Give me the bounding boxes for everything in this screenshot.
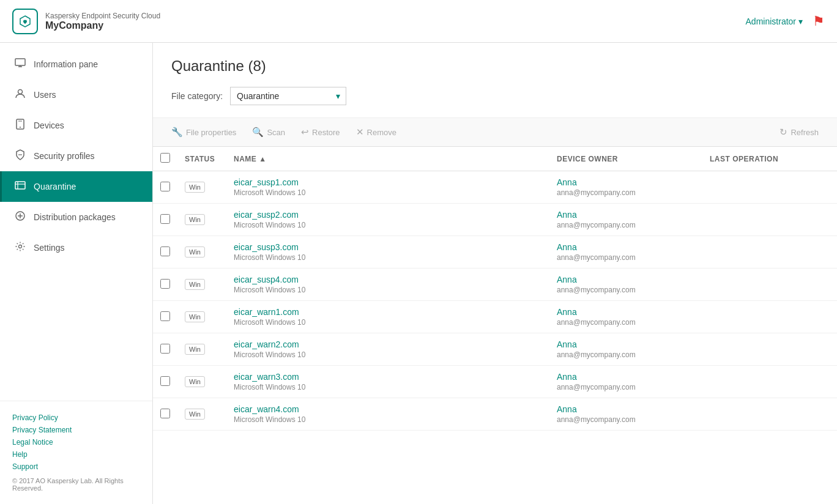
row-checkbox[interactable] (160, 246, 170, 256)
refresh-icon: ↻ (779, 127, 787, 138)
distribution-icon (14, 210, 26, 224)
row-checkbox-cell[interactable] (153, 236, 177, 269)
svg-point-6 (20, 127, 21, 128)
win-badge: Win (185, 311, 205, 322)
monitor-icon (14, 57, 26, 71)
owner-name-link[interactable]: Anna (557, 339, 695, 349)
owner-name-link[interactable]: Anna (557, 404, 695, 414)
legal-notice-link[interactable]: Legal Notice (12, 438, 140, 447)
sidebar-item-users[interactable]: Users (0, 80, 152, 110)
file-link[interactable]: eicar_warn1.com (234, 307, 542, 317)
sidebar-item-security-profiles[interactable]: Security profiles (0, 141, 152, 171)
table-row: Win eicar_warn1.com Microsoft Windows 10… (153, 301, 837, 333)
file-properties-label: File properties (186, 128, 236, 137)
sidebar-item-settings[interactable]: Settings (0, 232, 152, 263)
sort-asc-icon: ▲ (259, 155, 266, 163)
row-checkbox[interactable] (160, 376, 170, 386)
row-file: eicar_susp4.com Microsoft Windows 10 (226, 269, 549, 301)
col-last-operation: Last operation (702, 147, 837, 171)
security-icon (14, 149, 26, 163)
svg-point-14 (19, 245, 22, 248)
row-checkbox-cell[interactable] (153, 366, 177, 398)
owner-name-link[interactable]: Anna (557, 242, 695, 252)
privacy-statement-link[interactable]: Privacy Statement (12, 426, 140, 434)
sidebar-item-label: Security profiles (34, 151, 95, 161)
row-last-operation (702, 204, 837, 236)
sidebar-item-devices[interactable]: Devices (0, 110, 152, 141)
row-checkbox-cell[interactable] (153, 398, 177, 431)
owner-name-link[interactable]: Anna (557, 307, 695, 317)
row-owner: Anna anna@mycompany.com (549, 171, 702, 204)
row-file: eicar_susp1.com Microsoft Windows 10 (226, 171, 549, 204)
row-status: Win (177, 269, 226, 301)
filter-label: File category: (171, 91, 223, 101)
row-checkbox[interactable] (160, 344, 170, 354)
row-status: Win (177, 366, 226, 398)
row-checkbox-cell[interactable] (153, 171, 177, 204)
restore-action[interactable]: ↩ Restore (295, 123, 346, 141)
row-last-operation (702, 366, 837, 398)
file-link[interactable]: eicar_warn2.com (234, 339, 542, 349)
flag-icon[interactable]: ⚑ (813, 13, 825, 29)
help-link[interactable]: Help (12, 450, 140, 459)
owner-name-link[interactable]: Anna (557, 210, 695, 220)
owner-email: anna@mycompany.com (557, 253, 695, 262)
file-os: Microsoft Windows 10 (234, 253, 542, 262)
file-link[interactable]: eicar_warn3.com (234, 372, 542, 382)
owner-email: anna@mycompany.com (557, 318, 695, 327)
sidebar-item-label: Information pane (34, 59, 98, 69)
row-last-operation (702, 269, 837, 301)
col-device-owner: Device owner (549, 147, 702, 171)
file-properties-action[interactable]: 🔧 File properties (165, 123, 242, 141)
row-checkbox[interactable] (160, 279, 170, 289)
row-checkbox-cell[interactable] (153, 269, 177, 301)
row-checkbox[interactable] (160, 214, 170, 224)
brand: Kaspersky Endpoint Security Cloud MyComp… (12, 9, 160, 34)
row-status: Win (177, 171, 226, 204)
main-content: Quarantine (8) File category: Quarantine… (153, 43, 837, 504)
owner-name-link[interactable]: Anna (557, 177, 695, 187)
owner-name-link[interactable]: Anna (557, 275, 695, 284)
sidebar-item-distribution-packages[interactable]: Distribution packages (0, 202, 152, 232)
owner-name-link[interactable]: Anna (557, 372, 695, 382)
row-checkbox[interactable] (160, 409, 170, 418)
sidebar-item-information-pane[interactable]: Information pane (0, 49, 152, 80)
col-name[interactable]: NAME ▲ (226, 147, 549, 171)
sidebar-nav: Information pane Users (0, 43, 152, 401)
settings-icon (14, 241, 26, 254)
file-category-select[interactable]: Quarantine Backup (230, 87, 346, 105)
file-link[interactable]: eicar_susp1.com (234, 177, 542, 187)
filter-row: File category: Quarantine Backup (171, 87, 819, 105)
sidebar-footer: Privacy Policy Privacy Statement Legal N… (0, 401, 152, 504)
file-link[interactable]: eicar_susp4.com (234, 275, 542, 284)
remove-action[interactable]: ✕ Remove (350, 123, 403, 141)
file-link[interactable]: eicar_susp2.com (234, 210, 542, 220)
svg-point-3 (18, 90, 23, 94)
win-badge: Win (185, 279, 205, 290)
app-name: Kaspersky Endpoint Security Cloud (45, 12, 160, 20)
file-link[interactable]: eicar_warn4.com (234, 404, 542, 414)
select-all-checkbox[interactable] (160, 153, 170, 163)
search-icon: 🔍 (252, 127, 264, 138)
admin-menu[interactable]: Administrator ▾ (746, 17, 803, 26)
row-checkbox[interactable] (160, 182, 170, 191)
remove-label: Remove (367, 128, 396, 137)
file-category-select-wrapper[interactable]: Quarantine Backup (230, 87, 346, 105)
file-link[interactable]: eicar_susp3.com (234, 242, 542, 252)
privacy-policy-link[interactable]: Privacy Policy (12, 413, 140, 422)
quarantine-table: Status NAME ▲ Device owner Last operatio… (153, 147, 837, 431)
row-checkbox-cell[interactable] (153, 204, 177, 236)
refresh-action[interactable]: ↻ Refresh (773, 123, 825, 141)
owner-email: anna@mycompany.com (557, 286, 695, 294)
row-checkbox-cell[interactable] (153, 333, 177, 366)
restore-label: Restore (312, 128, 340, 137)
row-checkbox[interactable] (160, 311, 170, 321)
row-owner: Anna anna@mycompany.com (549, 333, 702, 366)
owner-email: anna@mycompany.com (557, 188, 695, 197)
col-status: Status (177, 147, 226, 171)
row-status: Win (177, 236, 226, 269)
scan-action[interactable]: 🔍 Scan (246, 123, 291, 141)
sidebar-item-quarantine[interactable]: Quarantine (0, 171, 152, 202)
row-checkbox-cell[interactable] (153, 301, 177, 333)
support-link[interactable]: Support (12, 462, 140, 471)
